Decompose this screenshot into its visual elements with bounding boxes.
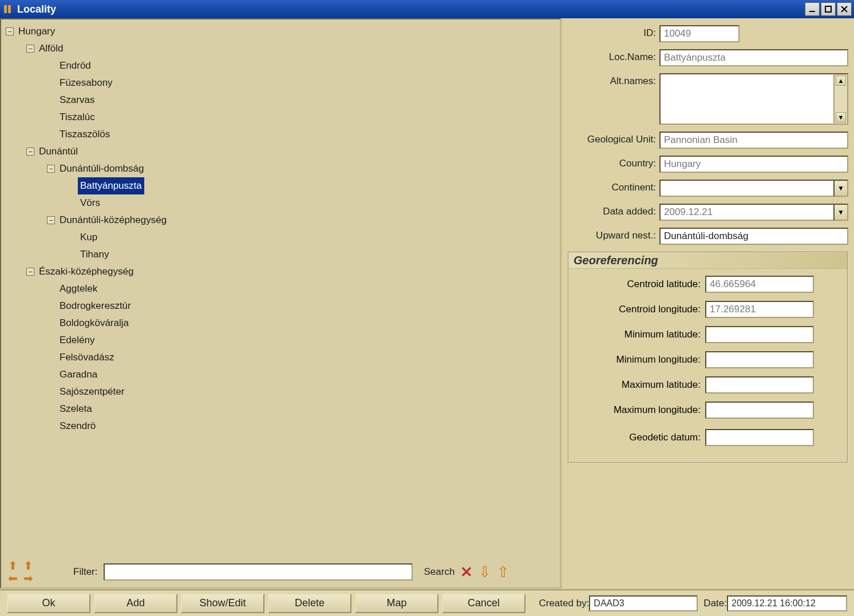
filter-label: Filter:: [73, 566, 98, 578]
geounit-field[interactable]: [659, 132, 848, 149]
search-up-icon[interactable]: ⇧: [497, 565, 509, 579]
id-field[interactable]: [659, 25, 740, 42]
clear-icon[interactable]: ✕: [460, 565, 473, 579]
delete-button[interactable]: Delete: [268, 594, 351, 613]
tree-node[interactable]: Edelény: [3, 332, 558, 349]
nav-up-icon[interactable]: ⬆: [23, 560, 33, 571]
tree-label[interactable]: Északi-középhegység: [37, 263, 136, 280]
tree-node[interactable]: Tiszaszölös: [3, 126, 558, 143]
tree-node[interactable]: Szeleta: [3, 400, 558, 418]
tree-node[interactable]: Felsövadász: [3, 349, 558, 366]
tree-label[interactable]: Bodrogkeresztúr: [57, 297, 133, 315]
tree-node[interactable]: −Hungary: [3, 23, 558, 40]
locname-field[interactable]: [659, 49, 848, 66]
upward-field[interactable]: [659, 228, 848, 245]
tree-node[interactable]: Garadna: [3, 366, 558, 383]
tree-node[interactable]: −Dunántúl: [3, 143, 558, 160]
show-edit-button[interactable]: Show/Edit: [181, 594, 264, 613]
minimize-button[interactable]: [805, 2, 820, 16]
tree-node[interactable]: Aggtelek: [3, 280, 558, 297]
tree-label[interactable]: Endröd: [57, 57, 93, 74]
ok-button[interactable]: Ok: [7, 594, 90, 613]
collapse-icon[interactable]: −: [47, 165, 55, 173]
continent-field[interactable]: [659, 180, 833, 197]
tree-label[interactable]: Dunántúli-dombság: [57, 160, 146, 177]
altnames-scrollbar[interactable]: ▲ ▼: [835, 73, 848, 125]
minlon-field[interactable]: [705, 351, 814, 368]
tree-node[interactable]: −Dunántúli-középhegység: [3, 212, 558, 229]
close-button[interactable]: [837, 2, 852, 16]
tree-node[interactable]: Bodrogkeresztúr: [3, 297, 558, 315]
collapse-icon[interactable]: −: [26, 268, 34, 276]
altnames-field[interactable]: [659, 73, 835, 125]
tree-label[interactable]: Szendrö: [57, 418, 98, 435]
tree-node[interactable]: Tihany: [3, 246, 558, 263]
add-button[interactable]: Add: [94, 594, 177, 613]
svg-rect-3: [825, 6, 831, 12]
tree-label[interactable]: Tiszaszölös: [57, 126, 112, 143]
tree-node[interactable]: Füzesabony: [3, 74, 558, 92]
tree-label[interactable]: Hungary: [16, 23, 57, 40]
tree-label[interactable]: Tiszalúc: [57, 109, 97, 126]
tree-label[interactable]: Edelény: [57, 332, 97, 349]
tree-node[interactable]: Szarvas: [3, 92, 558, 109]
filter-input[interactable]: [104, 563, 413, 581]
map-button[interactable]: Map: [355, 594, 438, 613]
tree-node[interactable]: Endröd: [3, 57, 558, 74]
tree-node[interactable]: Kup: [3, 229, 558, 246]
country-field[interactable]: [659, 156, 848, 173]
tree-label[interactable]: Felsövadász: [57, 349, 116, 366]
continent-dropdown-icon[interactable]: ▼: [833, 180, 848, 197]
tree-node[interactable]: −Északi-középhegység: [3, 263, 558, 280]
nav-prev-icon[interactable]: ⬅: [8, 573, 18, 584]
maximize-button[interactable]: [821, 2, 836, 16]
collapse-icon[interactable]: −: [47, 216, 55, 224]
tree-label[interactable]: Alföld: [37, 40, 66, 57]
tree-node[interactable]: Boldogköváralja: [3, 315, 558, 332]
tree-label[interactable]: Szeleta: [57, 400, 94, 418]
search-down-icon[interactable]: ⇩: [479, 565, 491, 579]
altnames-label: Alt.names:: [568, 73, 659, 87]
datum-label: Geodetic datum:: [574, 432, 705, 443]
nav-first-icon[interactable]: ⬆: [8, 560, 18, 571]
tree-label[interactable]: Battyánpuszta: [78, 177, 144, 194]
tree-label[interactable]: Aggtelek: [57, 280, 100, 297]
clon-field[interactable]: [705, 301, 814, 318]
tree-label[interactable]: Dunántúl: [37, 143, 80, 160]
dataadded-dropdown-icon[interactable]: ▼: [833, 204, 848, 221]
tree-node[interactable]: Vörs: [3, 194, 558, 212]
tree-label[interactable]: Garadna: [57, 366, 100, 383]
collapse-icon[interactable]: −: [26, 148, 34, 156]
tree-node[interactable]: −Dunántúli-dombság: [3, 160, 558, 177]
tree-label[interactable]: Boldogköváralja: [57, 315, 131, 332]
tree-label[interactable]: Sajószentpéter: [57, 383, 126, 400]
locality-tree[interactable]: −Hungary−AlföldEndrödFüzesabonySzarvasTi…: [1, 19, 560, 555]
clat-field[interactable]: [705, 276, 814, 293]
dataadded-label: Data added:: [568, 204, 659, 217]
tree-node[interactable]: Battyánpuszta: [3, 177, 558, 194]
app-icon: [2, 3, 14, 15]
maxlat-field[interactable]: [705, 376, 814, 394]
tree-label[interactable]: Szarvas: [57, 92, 97, 109]
scroll-down-icon[interactable]: ▼: [836, 112, 846, 122]
tree-label[interactable]: Vörs: [78, 194, 102, 212]
tree-label[interactable]: Dunántúli-középhegység: [57, 212, 169, 229]
tree-node[interactable]: Szendrö: [3, 418, 558, 435]
datum-field[interactable]: [705, 429, 814, 446]
tree-label[interactable]: Kup: [78, 229, 100, 246]
cancel-button[interactable]: Cancel: [442, 594, 525, 613]
tree-label[interactable]: Tihany: [78, 246, 111, 263]
tree-label[interactable]: Füzesabony: [57, 74, 115, 92]
tree-node[interactable]: Tiszalúc: [3, 109, 558, 126]
minlat-field[interactable]: [705, 326, 814, 343]
nav-right-icon[interactable]: ➡: [23, 573, 33, 584]
collapse-icon[interactable]: −: [26, 45, 34, 53]
createdby-field: [589, 595, 698, 611]
maxlon-field[interactable]: [705, 402, 814, 419]
scroll-up-icon[interactable]: ▲: [836, 75, 846, 86]
tree-node[interactable]: −Alföld: [3, 40, 558, 57]
tree-node[interactable]: Sajószentpéter: [3, 383, 558, 400]
clon-label: Centroid longitude:: [574, 304, 705, 315]
dataadded-field[interactable]: [659, 204, 833, 221]
collapse-icon[interactable]: −: [6, 27, 14, 35]
